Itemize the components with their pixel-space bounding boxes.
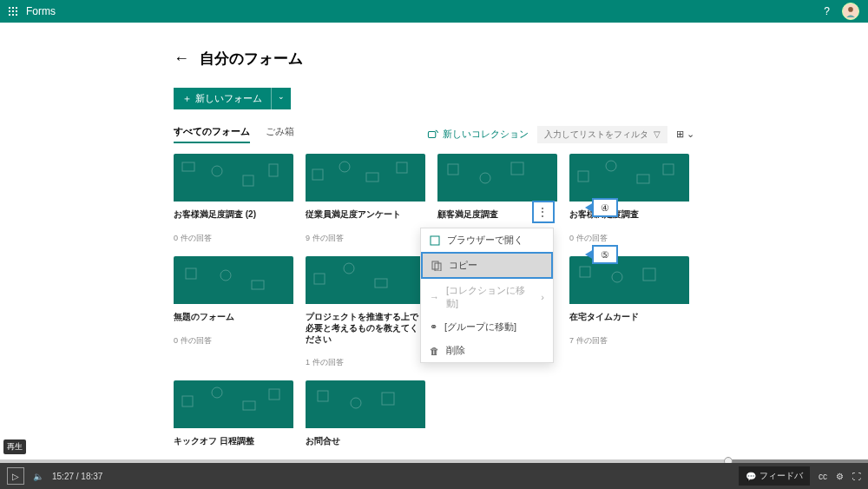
svg-point-11 bbox=[480, 173, 490, 183]
svg-point-31 bbox=[351, 398, 361, 408]
form-card[interactable]: お客様満足度調査 (2) 0 件の回答 bbox=[174, 154, 293, 244]
svg-rect-6 bbox=[312, 169, 323, 180]
filter-input[interactable]: 入力してリストをフィルタ ▽ bbox=[537, 126, 667, 143]
card-responses: 7 件の回答 bbox=[569, 335, 689, 347]
svg-rect-9 bbox=[397, 162, 407, 173]
feedback-button[interactable]: 💬 フィードバ bbox=[739, 466, 810, 486]
app-launcher-icon[interactable] bbox=[9, 7, 17, 16]
card-thumbnail bbox=[306, 154, 425, 202]
play-button[interactable]: ▷ bbox=[7, 467, 24, 485]
svg-rect-1 bbox=[428, 131, 435, 137]
svg-point-21 bbox=[344, 263, 354, 274]
card-responses: 1 件の回答 bbox=[306, 357, 425, 368]
card-thumbnail bbox=[437, 154, 557, 202]
new-form-chevron[interactable]: ⌄ bbox=[271, 88, 291, 109]
volume-icon[interactable]: 🔈 bbox=[33, 472, 43, 481]
card-thumbnail bbox=[174, 154, 293, 202]
help-icon[interactable]: ? bbox=[824, 5, 830, 17]
card-thumbnail bbox=[306, 380, 425, 428]
svg-rect-17 bbox=[186, 268, 196, 279]
filter-placeholder: 入力してリストをフィルタ bbox=[544, 129, 648, 141]
new-form-button[interactable]: ＋ 新しいフォーム bbox=[174, 88, 271, 109]
browser-icon bbox=[430, 235, 440, 246]
card-more-button[interactable]: ⋮ bbox=[532, 201, 555, 223]
card-responses: 0 件の回答 bbox=[569, 233, 689, 244]
video-time: 15:27 / 18:37 bbox=[52, 472, 102, 481]
card-thumbnail bbox=[569, 256, 689, 304]
form-card[interactable]: 在宅タイムカード 7 件の回答 bbox=[569, 256, 689, 368]
svg-rect-10 bbox=[448, 164, 458, 175]
card-title: プロジェクトを推進する上で必要と考えるものを教えてください bbox=[306, 311, 425, 345]
avatar[interactable] bbox=[842, 3, 859, 20]
svg-rect-23 bbox=[580, 267, 590, 277]
settings-icon[interactable]: ⚙ bbox=[836, 472, 844, 481]
collection-icon bbox=[427, 129, 439, 141]
svg-rect-2 bbox=[182, 162, 194, 171]
app-header: Forms ? bbox=[0, 0, 868, 23]
annotation-step5: ⑤ bbox=[592, 245, 618, 264]
video-controls: ▷ 🔈 15:27 / 18:37 💬 フィードバ cc ⚙ ⛶ bbox=[0, 463, 868, 489]
svg-point-14 bbox=[606, 161, 616, 171]
form-card[interactable]: お問合せ 0 件の回答 bbox=[306, 380, 425, 471]
view-toggle[interactable]: ⊞ ⌄ bbox=[676, 129, 694, 140]
svg-rect-30 bbox=[318, 391, 328, 401]
annotation-step4: ④ bbox=[592, 198, 618, 217]
card-title: キックオフ 日程調整 bbox=[174, 435, 293, 447]
filter-icon: ▽ bbox=[654, 129, 661, 139]
card-title: お問合せ bbox=[306, 435, 425, 447]
fullscreen-icon[interactable]: ⛶ bbox=[852, 472, 861, 481]
new-form-split-button: ＋ 新しいフォーム ⌄ bbox=[174, 88, 291, 109]
form-card[interactable]: プロジェクトを推進する上で必要と考えるものを教えてください 1 件の回答 bbox=[306, 256, 425, 368]
svg-point-7 bbox=[339, 162, 350, 172]
card-title: 在宅タイムカード bbox=[569, 311, 689, 323]
form-card[interactable]: キックオフ 日程調整 4 件の回答 bbox=[174, 380, 293, 471]
form-card[interactable]: 無題のフォーム 0 件の回答 bbox=[174, 256, 293, 368]
captions-icon[interactable]: cc bbox=[819, 472, 827, 481]
svg-point-24 bbox=[612, 272, 622, 282]
form-card[interactable]: 従業員満足度アンケート 9 件の回答 bbox=[306, 154, 425, 244]
card-responses: 0 件の回答 bbox=[174, 233, 293, 244]
menu-move-group[interactable]: ⚭ [グループに移動] bbox=[421, 315, 553, 339]
svg-rect-29 bbox=[269, 389, 279, 400]
toolbar: すべてのフォーム ごみ箱 新しいコレクション 入力してリストをフィルタ ▽ ⊞ … bbox=[174, 125, 694, 143]
page-title: 自分のフォーム bbox=[200, 49, 303, 69]
menu-delete[interactable]: 🗑 削除 bbox=[421, 339, 553, 362]
svg-rect-5 bbox=[269, 164, 278, 176]
app-name: Forms bbox=[26, 5, 56, 17]
svg-rect-32 bbox=[382, 393, 394, 405]
svg-rect-15 bbox=[637, 175, 649, 183]
tab-all-forms[interactable]: すべてのフォーム bbox=[174, 125, 250, 143]
tabs: すべてのフォーム ごみ箱 bbox=[174, 125, 294, 143]
card-title: 無題のフォーム bbox=[174, 311, 293, 323]
card-title: お客様満足度調査 (2) bbox=[174, 208, 293, 221]
group-icon: ⚭ bbox=[430, 321, 437, 333]
tab-trash[interactable]: ごみ箱 bbox=[266, 125, 294, 143]
arrow-icon: → bbox=[430, 292, 439, 302]
trash-icon: 🗑 bbox=[430, 346, 439, 356]
card-responses: 0 件の回答 bbox=[174, 335, 293, 347]
svg-rect-13 bbox=[578, 171, 589, 182]
svg-rect-25 bbox=[643, 268, 655, 281]
svg-rect-19 bbox=[252, 281, 264, 289]
svg-rect-12 bbox=[511, 162, 523, 175]
card-responses: 9 件の回答 bbox=[306, 233, 425, 244]
card-title: 従業員満足度アンケート bbox=[306, 208, 425, 221]
new-collection-button[interactable]: 新しいコレクション bbox=[427, 128, 529, 141]
svg-point-27 bbox=[212, 387, 222, 398]
svg-rect-22 bbox=[375, 279, 387, 287]
form-card[interactable]: お客様満足度調査 0 件の回答 bbox=[569, 154, 689, 244]
card-thumbnail bbox=[306, 256, 425, 304]
svg-rect-26 bbox=[182, 396, 193, 406]
back-arrow-icon[interactable]: ← bbox=[174, 50, 189, 68]
menu-copy[interactable]: コピー bbox=[421, 252, 553, 279]
svg-point-0 bbox=[848, 7, 853, 12]
card-thumbnail bbox=[174, 256, 293, 304]
card-thumbnail bbox=[174, 380, 293, 428]
card-thumbnail bbox=[569, 154, 689, 202]
svg-rect-20 bbox=[314, 274, 325, 284]
menu-open-browser[interactable]: ブラウザーで開く bbox=[421, 228, 553, 252]
play-badge: 再生 bbox=[3, 439, 26, 454]
copy-icon bbox=[431, 261, 442, 271]
chevron-right-icon: › bbox=[541, 292, 544, 302]
svg-rect-33 bbox=[431, 236, 439, 245]
